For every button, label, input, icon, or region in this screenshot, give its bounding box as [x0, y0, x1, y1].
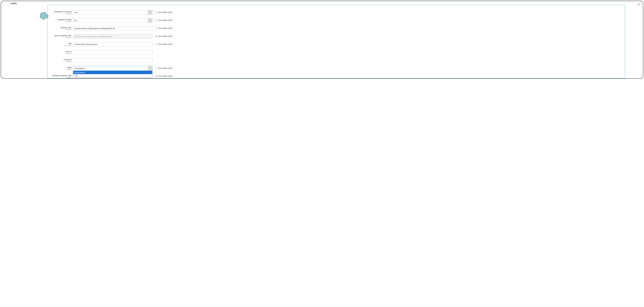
- scope-label: [website]: [50, 21, 72, 22]
- scope-label: [website]: [50, 37, 72, 38]
- label-user-id: User ID: [50, 51, 72, 53]
- checkbox-sys-title[interactable]: [155, 43, 157, 45]
- mode-option-development[interactable]: Development: [73, 71, 152, 74]
- checkbox-sys-gateway-url[interactable]: [155, 27, 157, 29]
- row-secure-gateway: Secure Gateway URL [website] Use system …: [50, 34, 622, 39]
- label-password: Password: [50, 58, 72, 61]
- row-password: Password [website]: [50, 58, 622, 63]
- sys-label: Use system value: [158, 11, 172, 13]
- label-title: Title: [50, 43, 72, 45]
- checkbox-sys-packages-request[interactable]: [155, 75, 157, 77]
- input-password[interactable]: [73, 58, 152, 63]
- scope-label: [website]: [50, 61, 72, 62]
- sys-label: Use system value: [158, 35, 172, 37]
- sys-label: Use system value: [158, 43, 172, 45]
- scope-label: [website]: [50, 29, 72, 30]
- chevron-down-icon: [148, 10, 152, 15]
- row-enabled-checkout: Enabled for Checkout [website] Yes Use s…: [50, 10, 622, 15]
- mode-dropdown: Development Live: [73, 71, 152, 78]
- input-gateway-url[interactable]: [73, 26, 152, 31]
- section-title: USPS: [11, 2, 16, 5]
- row-mode: Mode [website] Development Development L…: [50, 66, 622, 71]
- checkbox-sys-secure-gateway[interactable]: [155, 35, 157, 37]
- checkbox-sys-enabled-checkout[interactable]: [155, 11, 157, 13]
- chevron-down-icon: [148, 66, 152, 70]
- scope-label: [store view]: [50, 45, 72, 46]
- label-enabled-checkout: Enabled for Checkout: [50, 11, 72, 13]
- chevron-up-icon: [638, 4, 640, 5]
- input-user-id[interactable]: [73, 50, 152, 55]
- checkbox-sys-enabled-rma[interactable]: [155, 19, 157, 21]
- mode-option-live[interactable]: Live: [73, 74, 152, 77]
- label-secure-gateway: Secure Gateway URL: [50, 35, 72, 37]
- row-enabled-rma: Enabled for RMA [website] No Use system …: [50, 18, 622, 23]
- select-mode[interactable]: Development: [73, 66, 152, 71]
- label-mode: Mode: [50, 66, 72, 69]
- scope-label: [website]: [50, 13, 72, 14]
- tutorial-arrow-icon: [39, 11, 49, 21]
- row-gateway-url: Gateway URL [website] Use system value: [50, 26, 622, 31]
- scope-label: [website]: [50, 77, 72, 78]
- sys-label: Use system value: [158, 67, 172, 69]
- sys-label: Use system value: [158, 27, 172, 29]
- checkbox-sys-mode[interactable]: [155, 67, 157, 69]
- label-enabled-rma: Enabled for RMA: [50, 19, 72, 21]
- input-title[interactable]: [73, 42, 152, 47]
- select-enabled-rma[interactable]: No: [73, 18, 152, 23]
- row-title: Title [store view] Use system value: [50, 42, 622, 47]
- sys-label: Use system value: [158, 75, 172, 77]
- label-packages-request: Packages Request Type: [50, 74, 72, 77]
- label-gateway-url: Gateway URL: [50, 27, 72, 29]
- scope-label: [website]: [50, 69, 72, 70]
- collapse-toggle[interactable]: [638, 3, 640, 6]
- select-enabled-checkout[interactable]: Yes: [73, 10, 152, 15]
- scope-label: [website]: [50, 53, 72, 54]
- input-secure-gateway: [73, 34, 152, 39]
- usps-section-container: USPS Enabled for Checkout [website] Yes: [1, 1, 643, 79]
- config-panel: Enabled for Checkout [website] Yes Use s…: [48, 5, 625, 78]
- row-user-id: User ID [website]: [50, 50, 622, 55]
- svg-marker-0: [40, 11, 49, 20]
- chevron-down-icon: [148, 18, 152, 23]
- sys-label: Use system value: [158, 19, 172, 21]
